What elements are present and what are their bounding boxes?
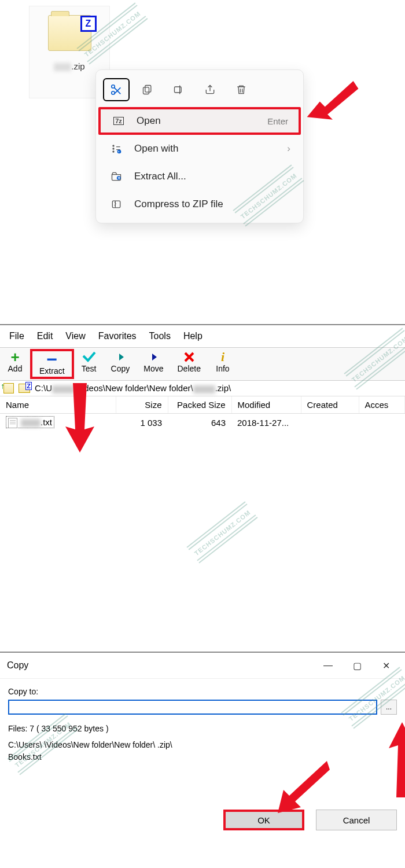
close-button[interactable]: ✕ bbox=[374, 657, 398, 674]
menu-open-label: Open bbox=[137, 115, 161, 127]
toolbar-delete[interactable]: Delete bbox=[171, 349, 208, 379]
copy-dialog: Copy — ▢ ✕ Copy to: ... Files: 7 ( 33 55… bbox=[0, 652, 405, 842]
info-icon: i bbox=[215, 350, 231, 364]
extract-icon bbox=[109, 171, 124, 182]
menu-extract-label: Extract All... bbox=[134, 171, 186, 182]
share-icon bbox=[204, 84, 216, 95]
scissors-icon bbox=[110, 83, 123, 96]
menu-file[interactable]: File bbox=[3, 329, 30, 344]
zip-folder-icon: Z bbox=[48, 15, 91, 51]
destination-input[interactable] bbox=[8, 700, 377, 715]
7z-icon: 7z bbox=[111, 117, 126, 125]
svg-rect-10 bbox=[112, 201, 120, 208]
files-summary: Files: 7 ( 33 550 952 bytes ) bbox=[8, 724, 397, 733]
svg-marker-13 bbox=[389, 722, 405, 797]
file-path-list: C:\Users\ \Videos\New folder\New folder\… bbox=[8, 739, 397, 763]
x-icon bbox=[181, 350, 197, 364]
table-row[interactable]: .txt 1 033 643 2018-11-27... bbox=[0, 414, 405, 432]
menu-view[interactable]: View bbox=[60, 329, 91, 344]
menu-extract-all[interactable]: Extract All... bbox=[96, 163, 303, 190]
annotation-arrow-2 bbox=[62, 383, 97, 453]
file-table: Name Size Packed Size Modified Created A… bbox=[0, 396, 405, 432]
menu-help[interactable]: Help bbox=[178, 329, 208, 344]
svg-point-6 bbox=[112, 148, 114, 149]
folder-icon bbox=[19, 384, 30, 393]
col-access[interactable]: Acces bbox=[359, 396, 405, 414]
blurred-name bbox=[54, 63, 71, 71]
copy-to-label: Copy to: bbox=[8, 687, 397, 696]
rename-button[interactable] bbox=[165, 78, 192, 101]
col-size[interactable]: Size bbox=[116, 396, 168, 414]
svg-rect-3 bbox=[143, 87, 149, 94]
menu-open-with[interactable]: Open with › bbox=[96, 135, 303, 163]
minimize-button[interactable]: — bbox=[316, 657, 340, 674]
browse-button[interactable]: ... bbox=[381, 700, 397, 715]
context-menu-toolbar bbox=[96, 75, 303, 107]
check-icon bbox=[81, 350, 97, 364]
maximize-button[interactable]: ▢ bbox=[345, 657, 369, 674]
share-button[interactable] bbox=[197, 78, 223, 101]
folder-up-icon[interactable] bbox=[3, 383, 14, 393]
rename-icon bbox=[173, 84, 185, 95]
menu-compress-label: Compress to ZIP file bbox=[134, 198, 223, 210]
copy-icon bbox=[142, 84, 153, 95]
annotation-arrow-4 bbox=[278, 761, 330, 813]
7zip-window: File Edit View Favorites Tools Help +Add… bbox=[0, 324, 405, 652]
toolbar-test[interactable]: Test bbox=[74, 349, 104, 379]
address-bar: C:\U\Videos\New folder\New folder\.zip\ bbox=[0, 381, 405, 396]
annotation-arrow-1 bbox=[307, 81, 359, 127]
menu-open[interactable]: 7z Open Enter bbox=[98, 107, 301, 135]
dialog-title: Copy bbox=[7, 660, 28, 671]
menu-open-shortcut: Enter bbox=[267, 116, 288, 126]
menu-edit[interactable]: Edit bbox=[31, 329, 59, 344]
menu-tools[interactable]: Tools bbox=[143, 329, 176, 344]
copy-button[interactable] bbox=[134, 78, 161, 101]
col-name[interactable]: Name bbox=[0, 396, 116, 414]
chevron-right-icon: › bbox=[287, 143, 290, 155]
svg-rect-4 bbox=[175, 87, 182, 93]
context-menu: 7z Open Enter Open with › Extract All...… bbox=[95, 69, 304, 223]
toolbar-extract[interactable]: −Extract bbox=[30, 349, 74, 379]
menu-favorites[interactable]: Favorites bbox=[93, 329, 142, 344]
toolbar-info[interactable]: iInfo bbox=[208, 349, 238, 379]
table-header-row: Name Size Packed Size Modified Created A… bbox=[0, 396, 405, 414]
annotation-arrow-3 bbox=[388, 722, 405, 797]
z-badge-icon: Z bbox=[80, 16, 97, 32]
menu-compress[interactable]: Compress to ZIP file bbox=[96, 190, 303, 218]
file-area-empty bbox=[0, 432, 405, 652]
trash-icon bbox=[235, 84, 247, 95]
svg-marker-14 bbox=[278, 761, 330, 813]
col-created[interactable]: Created bbox=[301, 396, 359, 414]
open-with-icon bbox=[109, 143, 124, 155]
plus-icon: + bbox=[7, 350, 23, 364]
context-menu-panel: Z .zip 7z Open Enter Open with › Extract… bbox=[0, 0, 405, 324]
svg-point-5 bbox=[112, 145, 114, 146]
svg-marker-11 bbox=[307, 81, 359, 120]
menu-open-with-label: Open with bbox=[134, 143, 179, 155]
toolbar-copy[interactable]: Copy bbox=[104, 349, 137, 379]
txt-file-icon bbox=[8, 418, 17, 428]
svg-marker-12 bbox=[65, 383, 94, 453]
toolbar-add[interactable]: +Add bbox=[0, 349, 30, 379]
svg-point-0 bbox=[112, 85, 115, 89]
col-packed[interactable]: Packed Size bbox=[168, 396, 231, 414]
menu-bar: File Edit View Favorites Tools Help bbox=[0, 325, 405, 347]
toolbar-move[interactable]: Move bbox=[137, 349, 170, 379]
svg-rect-2 bbox=[145, 86, 151, 93]
cut-button[interactable] bbox=[103, 78, 130, 101]
col-modified[interactable]: Modified bbox=[231, 396, 301, 414]
svg-point-1 bbox=[112, 91, 115, 95]
minus-icon: − bbox=[44, 352, 60, 366]
arrow-right-blue-icon bbox=[145, 350, 161, 364]
file-name-label: .zip bbox=[54, 61, 84, 71]
toolbar: +Add −Extract Test Copy Move Delete iInf… bbox=[0, 347, 405, 381]
dialog-titlebar: Copy — ▢ ✕ bbox=[0, 653, 405, 679]
arrow-right-teal-icon bbox=[112, 350, 128, 364]
svg-point-7 bbox=[112, 150, 114, 152]
delete-button[interactable] bbox=[228, 78, 255, 101]
compress-icon bbox=[109, 198, 124, 210]
